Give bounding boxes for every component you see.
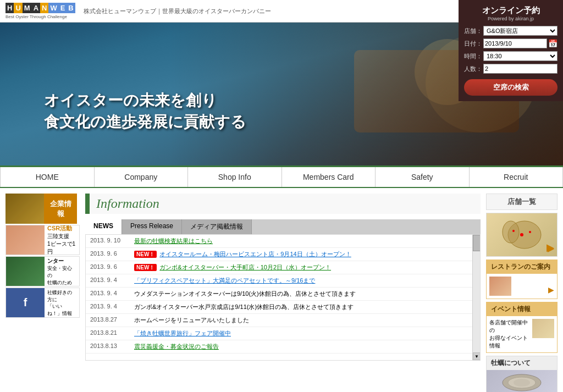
- logo[interactable]: H U M A N W E B Best Oyster Through Chal…: [5, 3, 75, 19]
- logo-a: A: [32, 3, 40, 13]
- nav-company[interactable]: Company: [95, 167, 189, 187]
- logo-subtitle: Best Oyster Through Challenge: [5, 14, 75, 19]
- event-label: イベント情報: [487, 302, 557, 316]
- date-cell: 2013. 9. 4: [86, 301, 130, 314]
- navigation: HOME Company Shop Info Members Card Safe…: [0, 165, 563, 188]
- date-cell: 2013.8.13: [86, 340, 130, 354]
- date-cell: 2013. 9. 4: [86, 288, 130, 301]
- people-label: 人数：: [464, 65, 483, 73]
- restaurant-content: ▶: [487, 274, 557, 299]
- date-label: 日付：: [464, 40, 483, 48]
- facebook-text: Facebook 社蝶好きの方に 「いいね！」情報更新中: [45, 288, 79, 318]
- hero-line1: オイスターの未来を創り: [44, 90, 246, 111]
- svg-point-4: [529, 231, 531, 233]
- event-box[interactable]: イベント情報 各店舗で開催中のお得なイベント情報: [486, 302, 558, 353]
- time-select[interactable]: 18:30 17:0017:3018:00 19:0019:3020:00: [483, 51, 558, 61]
- sidebar-csr[interactable]: CSR活動 三陸支援 1ピースで1円: [5, 225, 80, 255]
- info-link[interactable]: ガンボ&オイスターバー・大手町店・10月2日（水）オープン！: [159, 264, 331, 270]
- date-cell: 2013.8.21: [86, 327, 130, 340]
- logo-m: M: [23, 3, 32, 13]
- nav-safety[interactable]: Safety: [376, 167, 470, 187]
- date-cell: 2013. 9. 4: [86, 274, 130, 288]
- search-button[interactable]: 空席の検索: [464, 79, 558, 96]
- logo-h: H: [5, 3, 14, 13]
- shops-title: 店舗一覧: [486, 194, 558, 210]
- japan-map-svg: [494, 216, 549, 254]
- logo-u: U: [14, 3, 22, 13]
- info-link[interactable]: 震災義援金・募金状況のご報告: [134, 343, 219, 350]
- tab-press[interactable]: Press Release: [122, 219, 182, 234]
- oyster-label: 牡蠣について: [487, 356, 557, 370]
- sidebar-kigyou[interactable]: 企業情報: [5, 194, 80, 224]
- shop-label: 店舗：: [464, 27, 483, 35]
- scrollbar[interactable]: ▼: [472, 235, 480, 360]
- content-cell: 震災義援金・募金状況のご報告: [130, 340, 480, 354]
- svg-point-7: [514, 379, 530, 387]
- table-row: 2013.8.27 ホームページをリニューアルいたしました: [86, 314, 480, 327]
- new-badge: NEW！: [134, 251, 157, 258]
- logo-banner: H U M A N W E B: [5, 3, 75, 13]
- sidebar-kakicenter[interactable]: 日本かきセンター 安全・安心の 牡蠣のために: [5, 256, 80, 286]
- content-cell: ホームページをリニューアルいたしました: [130, 314, 480, 327]
- calendar-icon[interactable]: 📅: [548, 39, 558, 48]
- csr-text: CSR活動 三陸支援 1ピースで1円: [45, 225, 79, 255]
- table-row: 2013. 9. 4 「ブリフィクスペアセット」大満足のペアセットです。～9/1…: [86, 274, 480, 288]
- info-tabs: NEWS Press Release メディア掲載情報: [85, 219, 481, 234]
- scroll-down-icon[interactable]: ▼: [473, 352, 481, 360]
- date-input[interactable]: [483, 38, 547, 48]
- info-link[interactable]: オイスタールーム・梅田ハービスエント店・9月14日（土）オープン！: [159, 251, 351, 257]
- time-label: 時間：: [464, 52, 483, 60]
- left-sidebar: 企業情報 CSR活動 三陸支援 1ピースで1円 日本かきセンター 安: [5, 194, 80, 392]
- reservation-panel: オンライン予約 Powered by akiran.jp 店舗： G&O新宿店 …: [459, 0, 563, 101]
- shop-select[interactable]: G&O新宿店: [483, 26, 558, 36]
- table-row: 2013. 9. 4 ガンボ&オイスターバー水戸京成店は9/11(水)休館日の為…: [86, 301, 480, 314]
- nav-memberscard[interactable]: Members Card: [282, 167, 376, 187]
- svg-point-1: [503, 221, 519, 243]
- table-row: 2013. 9. 10 最新の牡蠣検査結果はこちら: [86, 235, 480, 248]
- restaurant-thumb: [489, 277, 511, 296]
- oyster-box[interactable]: 牡蠣について: [486, 356, 558, 392]
- date-cell: 2013. 9. 6: [86, 261, 130, 274]
- logo-w: W: [48, 3, 58, 13]
- hero-text: オイスターの未来を創り 食文化の進歩発展に貢献する: [44, 90, 246, 132]
- new-badge: NEW！: [134, 264, 157, 271]
- tab-news[interactable]: NEWS: [85, 219, 122, 234]
- date-cell: 2013.8.27: [86, 314, 130, 327]
- sidebar-facebook[interactable]: f Facebook 社蝶好きの方に 「いいね！」情報更新中: [5, 288, 80, 318]
- logo-e: E: [59, 3, 67, 13]
- table-row: 2013. 9. 6 NEW！オイスタールーム・梅田ハービスエント店・9月14日…: [86, 248, 480, 261]
- scrollbar-handle[interactable]: [473, 235, 481, 251]
- reservation-subtitle: Powered by akiran.jp: [464, 16, 558, 21]
- kigyou-label: 企業情報: [44, 194, 77, 224]
- content-cell: ウメダステーションオイスターバーは9/10(火)休館日の為、店休とさせて頂きます: [130, 288, 480, 301]
- logo-b: B: [67, 3, 75, 13]
- tab-media[interactable]: メディア掲載情報: [182, 219, 252, 234]
- hero-line2: 食文化の進歩発展に貢献する: [44, 111, 246, 132]
- info-link[interactable]: 「焼き牡蠣世界旅行」フェア開催中: [134, 330, 231, 336]
- restaurant-arrow-icon[interactable]: ▶: [548, 285, 554, 296]
- nav-recruit[interactable]: Recruit: [470, 167, 564, 187]
- restaurant-box[interactable]: レストランのご案内 ▶: [486, 260, 558, 299]
- main-content: 企業情報 CSR活動 三陸支援 1ピースで1円 日本かきセンター 安: [0, 188, 563, 392]
- nav-shopinfo[interactable]: Shop Info: [188, 167, 282, 187]
- table-row: 2013.8.13 震災義援金・募金状況のご報告: [86, 340, 480, 354]
- info-link[interactable]: 「ブリフィクスペアセット」大満足のペアセットです。～9/16まで: [134, 277, 315, 284]
- info-table: 2013. 9. 10 最新の牡蠣検査結果はこちら 2013. 9. 6 NEW…: [86, 235, 480, 354]
- info-link[interactable]: 最新の牡蠣検査結果はこちら: [134, 238, 213, 244]
- svg-point-2: [520, 233, 523, 236]
- reservation-title: オンライン予約: [464, 5, 558, 16]
- table-row: 2013.8.21 「焼き牡蠣世界旅行」フェア開催中: [86, 327, 480, 340]
- event-text: 各店舗で開催中のお得なイベント情報: [489, 319, 531, 350]
- event-thumb: [532, 319, 554, 338]
- map-arrow-icon: ▶: [547, 241, 554, 253]
- shop-map[interactable]: ▶: [486, 213, 558, 257]
- oyster-image: [487, 370, 557, 392]
- right-sidebar: 店舗一覧 ▶ レストランのご案内 ▶ イ: [486, 194, 558, 392]
- event-content: 各店舗で開催中のお得なイベント情報: [487, 316, 557, 352]
- info-scroll: 2013. 9. 10 最新の牡蠣検査結果はこちら 2013. 9. 6 NEW…: [85, 234, 481, 361]
- people-input[interactable]: [483, 64, 558, 74]
- content-cell: 「ブリフィクスペアセット」大満足のペアセットです。～9/16まで: [130, 274, 480, 288]
- nav-home[interactable]: HOME: [0, 167, 95, 187]
- content-cell: ガンボ&オイスターバー水戸京成店は9/11(水)休館日の為、店休とさせて頂きます: [130, 301, 480, 314]
- restaurant-label: レストランのご案内: [487, 260, 557, 274]
